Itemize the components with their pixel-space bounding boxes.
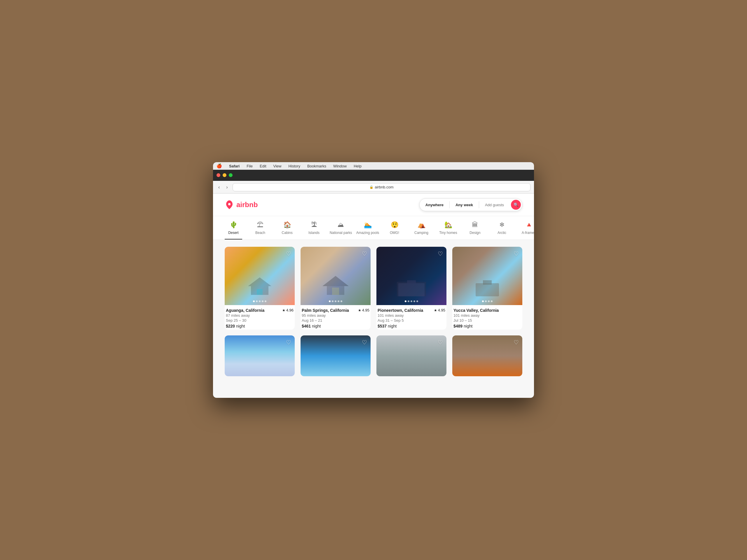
house-silhouette [247,276,273,296]
omg-icon: 😲 [391,221,398,229]
file-menu[interactable]: File [246,163,254,169]
star-icon-2: ★ [358,308,361,312]
listing-image-4: ♡ [452,247,522,305]
dot [256,300,258,302]
listing-rating-1: ★ 4.96 [282,308,293,312]
category-cabins-label: Cabins [282,231,292,235]
category-beach[interactable]: ⛱ Beach [252,221,269,239]
dot [253,300,255,302]
listing-header-4: Yucca Valley, California [454,308,521,313]
forward-button[interactable]: › [224,183,229,191]
listing-location-2: Palm Springs, California [302,308,349,313]
category-a-frames[interactable]: 🔺 A-frames [520,221,534,239]
listing-card-1[interactable]: ♡ [225,247,295,329]
category-desert-label: Desert [228,231,238,235]
airbnb-logo-icon [225,200,234,209]
dot [262,300,263,302]
tiny-homes-icon: 🏡 [444,221,452,229]
view-menu[interactable]: View [272,163,283,169]
url-text[interactable]: airbnb.com [375,185,393,189]
listing-distance-2: 95 miles away [302,313,369,318]
listing-distance-3: 101 miles away [378,313,445,318]
close-button[interactable] [216,173,220,177]
beach-icon: ⛱ [257,221,263,229]
category-arctic[interactable]: ❄ Arctic [493,221,511,239]
dot [491,300,493,302]
rating-value-3: 4.95 [438,308,445,312]
wishlist-button-4[interactable]: ♡ [514,250,519,257]
safari-toolbar: ‹ › 🔒 airbnb.com [213,181,534,194]
night-label-3: night [388,324,396,328]
category-beach-label: Beach [255,231,265,235]
listing-card-7[interactable]: ♡ [377,336,446,376]
listing-dates-4: Jul 10 – 15 [454,318,521,323]
category-amazing-pools[interactable]: 🏊 Amazing pools [359,221,377,239]
listing-image-7: ♡ [377,336,446,376]
category-omg[interactable]: 😲 OMG! [386,221,403,239]
category-national-parks[interactable]: ⛰ National parks [332,221,350,239]
dot [332,300,334,302]
dot [413,300,415,302]
anywhere-segment[interactable]: Anywhere [420,200,449,210]
category-camping-label: Camping [414,231,428,235]
category-islands[interactable]: 🏝 Islands [305,221,323,239]
window-menu[interactable]: Window [332,163,348,169]
listing-card-3[interactable]: ♡ [377,247,446,329]
safari-menu[interactable]: Safari [228,163,241,169]
night-label-1: night [236,324,245,328]
svg-rect-8 [475,283,499,296]
wishlist-button-2[interactable]: ♡ [362,250,367,257]
history-menu[interactable]: History [287,163,301,169]
house-silhouette-3 [395,276,428,296]
wishlist-button-7[interactable]: ♡ [438,339,443,346]
wishlist-button-3[interactable]: ♡ [438,250,443,257]
night-label-2: night [312,324,321,328]
category-design-label: Design [469,231,480,235]
listing-price-3: $537 night [378,324,445,328]
category-design[interactable]: 🏛 Design [466,221,484,239]
back-button[interactable]: ‹ [216,183,222,191]
svg-rect-7 [407,280,416,284]
browser-content: airbnb Anywhere Any week Add guests 🔍 [213,194,534,398]
wishlist-button-6[interactable]: ♡ [362,339,367,346]
listing-distance-1: 87 miles away [226,313,293,318]
listings-grid: ♡ [225,247,522,329]
edit-menu[interactable]: Edit [259,163,267,169]
dot [482,300,484,302]
category-tiny-homes[interactable]: 🏡 Tiny homes [439,221,457,239]
apple-menu[interactable]: 🍎 [215,163,223,169]
wishlist-button-8[interactable]: ♡ [514,339,519,346]
listing-card-2[interactable]: ♡ [301,247,370,329]
minimize-button[interactable] [223,173,227,177]
carousel-dots-1 [253,300,266,302]
help-menu[interactable]: Help [353,163,363,169]
address-bar[interactable]: 🔒 airbnb.com [233,183,531,191]
search-bar[interactable]: Anywhere Any week Add guests 🔍 [419,198,522,211]
wishlist-button-1[interactable]: ♡ [286,250,291,257]
search-button[interactable]: 🔍 [511,200,521,210]
category-nav: 🌵 Desert ⛱ Beach 🏠 Cabins 🏝 Islands ⛰ Na… [213,216,534,240]
listing-rating-3: ★ 4.95 [434,308,445,312]
any-week-segment[interactable]: Any week [450,200,479,210]
bookmarks-menu[interactable]: Bookmarks [306,163,327,169]
svg-rect-1 [257,289,263,295]
category-amazing-pools-label: Amazing pools [356,231,379,235]
guests-segment[interactable]: Add guests [479,200,510,210]
category-desert[interactable]: 🌵 Desert [225,221,242,239]
listing-card-4[interactable]: ♡ Yucca V [452,247,522,329]
airbnb-logo[interactable]: airbnb [225,200,258,209]
listing-card-6[interactable]: ♡ [301,336,370,376]
lock-icon: 🔒 [369,185,374,189]
listing-info-2: Palm Springs, California ★ 4.95 95 miles… [301,305,370,329]
listing-card-8[interactable]: ♡ [452,336,522,376]
listing-card-5[interactable]: ♡ [225,336,295,376]
listing-image-5: ♡ [225,336,295,376]
carousel-dots-2 [329,300,342,302]
rating-value-2: 4.95 [362,308,369,312]
design-icon: 🏛 [472,221,478,229]
category-cabins[interactable]: 🏠 Cabins [278,221,296,239]
svg-rect-6 [398,283,424,296]
maximize-button[interactable] [229,173,233,177]
wishlist-button-5[interactable]: ♡ [286,339,291,346]
category-camping[interactable]: ⛺ Camping [413,221,430,239]
